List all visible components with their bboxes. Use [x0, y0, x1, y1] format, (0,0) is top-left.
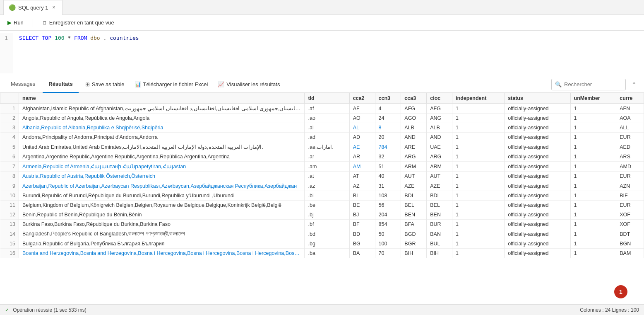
- cell-cca3: BIH: [401, 249, 427, 258]
- cell-cioc: ALB: [427, 123, 452, 133]
- cell-tld: .ba: [305, 249, 349, 258]
- line-number-1: 1: [4, 35, 8, 41]
- row-number: 3: [0, 123, 19, 133]
- query-editor[interactable]: 1 SELECT TOP 100 * FROM dbo . countries: [0, 31, 644, 76]
- status-bar: ✓ Opération réussie (1 sec 533 ms) Colon…: [0, 304, 644, 315]
- cell-cca3: BEN: [401, 210, 427, 220]
- tab-bar: 🟢 SQL query 1 ×: [0, 0, 644, 15]
- cell-cca2: AL: [349, 123, 375, 133]
- status-message: ✓ Opération réussie (1 sec 533 ms): [5, 307, 87, 313]
- col-cioc[interactable]: cioc: [427, 93, 452, 104]
- cell-cca2: BA: [349, 249, 375, 258]
- run-button[interactable]: ▶ Run: [5, 18, 26, 27]
- col-independent[interactable]: independent: [452, 93, 505, 104]
- cell-independent: 1: [452, 191, 505, 201]
- cell-unMember: 1: [570, 123, 616, 133]
- cell-ccn3: 20: [375, 133, 401, 142]
- cell-curre: ALL: [616, 123, 644, 133]
- cell-status: officially-assigned: [505, 114, 570, 123]
- cell-curre: AFN: [616, 104, 644, 114]
- messages-tab[interactable]: Messages: [5, 76, 41, 93]
- cell-curre: XOF: [616, 220, 644, 229]
- tab-label: SQL query 1: [18, 5, 48, 11]
- cell-status: officially-assigned: [505, 142, 570, 152]
- run-icon: ▶: [7, 19, 12, 26]
- cell-ccn3: 854: [375, 220, 401, 229]
- cell-unMember: 1: [570, 104, 616, 114]
- keyword-top: TOP: [42, 35, 51, 41]
- row-number: 14: [0, 229, 19, 239]
- search-box[interactable]: 🔍: [551, 79, 626, 90]
- col-cca3[interactable]: cca3: [401, 93, 427, 104]
- cell-cca2: BD: [349, 229, 375, 239]
- cell-cioc: BUL: [427, 239, 452, 249]
- cell-independent: 1: [452, 114, 505, 123]
- top-number: 100: [55, 35, 64, 41]
- row-number: 5: [0, 142, 19, 152]
- row-number: 12: [0, 210, 19, 220]
- download-excel-button[interactable]: 📊 Télécharger le fichier Excel: [130, 76, 213, 93]
- cell-independent: 1: [452, 201, 505, 210]
- visualize-button[interactable]: 📈 Visualiser les résultats: [213, 76, 285, 93]
- status-ok-icon: ✓: [5, 307, 9, 313]
- col-cca2[interactable]: cca2: [349, 93, 375, 104]
- cell-tld: .ae,امارات.: [305, 142, 349, 152]
- cell-cca3: BFA: [401, 220, 427, 229]
- cell-unMember: 1: [570, 152, 616, 162]
- cell-ccn3: 51: [375, 162, 401, 172]
- cell-independent: 1: [452, 181, 505, 191]
- cell-unMember: 1: [570, 249, 616, 258]
- chart-icon: 📈: [218, 81, 224, 87]
- col-tld[interactable]: tld: [305, 93, 349, 104]
- col-curre[interactable]: curre: [616, 93, 644, 104]
- cell-cca2: BI: [349, 191, 375, 201]
- table-header: name tld cca2 ccn3 cca3 cioc independent…: [0, 93, 644, 104]
- search-input[interactable]: [564, 81, 622, 87]
- results-table-container[interactable]: name tld cca2 ccn3 cca3 cioc independent…: [0, 93, 644, 304]
- collapse-button[interactable]: ⌃: [629, 80, 639, 90]
- save-view-button[interactable]: 🗒 Enregistrer en tant que vue: [40, 18, 117, 27]
- cell-ccn3: 56: [375, 201, 401, 210]
- row-number: 13: [0, 220, 19, 229]
- cell-name: Angola,Republic of Angola,República de A…: [19, 114, 305, 123]
- results-table: name tld cca2 ccn3 cca3 cioc independent…: [0, 93, 644, 258]
- status-text: Opération réussie (1 sec 533 ms): [13, 307, 86, 313]
- cell-cca3: AUT: [401, 172, 427, 181]
- table-row: 16Bosnia and Herzegovina,Bosnia and Herz…: [0, 249, 644, 258]
- cell-cca3: ALB: [401, 123, 427, 133]
- cell-cioc: AZE: [427, 181, 452, 191]
- query-toolbar: ▶ Run 🗒 Enregistrer en tant que vue: [0, 15, 644, 31]
- cell-tld: .bg: [305, 239, 349, 249]
- cell-cca2: AF: [349, 104, 375, 114]
- cell-status: officially-assigned: [505, 201, 570, 210]
- cell-curre: EUR: [616, 133, 644, 142]
- cell-name: Benin,Republic of Benin,République du Bé…: [19, 210, 305, 220]
- cell-cca3: AGO: [401, 114, 427, 123]
- cell-ccn3: 8: [375, 123, 401, 133]
- toolbar-separator: [33, 19, 33, 27]
- col-status[interactable]: status: [505, 93, 570, 104]
- cell-status: officially-assigned: [505, 162, 570, 172]
- row-number: 4: [0, 133, 19, 142]
- cell-status: officially-assigned: [505, 229, 570, 239]
- row-number: 15: [0, 239, 19, 249]
- cell-tld: .ao: [305, 114, 349, 123]
- save-as-table-button[interactable]: ⊞ Save as table: [80, 76, 130, 93]
- cell-independent: 1: [452, 239, 505, 249]
- sql-query-tab[interactable]: 🟢 SQL query 1 ×: [3, 0, 62, 15]
- cell-unMember: 1: [570, 162, 616, 172]
- resultats-tab[interactable]: Résultats: [43, 76, 79, 93]
- cell-tld: .be: [305, 201, 349, 210]
- cell-name: Bosnia and Herzegovina,Bosnia and Herzeg…: [19, 249, 305, 258]
- col-unMember[interactable]: unMember: [570, 93, 616, 104]
- table-row: 4Andorra,Principality of Andorra,Princip…: [0, 133, 644, 142]
- cell-name: Armenia,Republic of Armenia,Հայաuтанի Հա…: [19, 162, 305, 172]
- cell-independent: 1: [452, 133, 505, 142]
- table-ref: countries: [110, 35, 139, 41]
- col-ccn3[interactable]: ccn3: [375, 93, 401, 104]
- code-content: SELECT TOP 100 * FROM dbo . countries: [12, 33, 146, 73]
- tab-close-button[interactable]: ×: [51, 4, 57, 11]
- col-name[interactable]: name: [19, 93, 305, 104]
- cell-tld: .bj: [305, 210, 349, 220]
- cell-cca2: BF: [349, 220, 375, 229]
